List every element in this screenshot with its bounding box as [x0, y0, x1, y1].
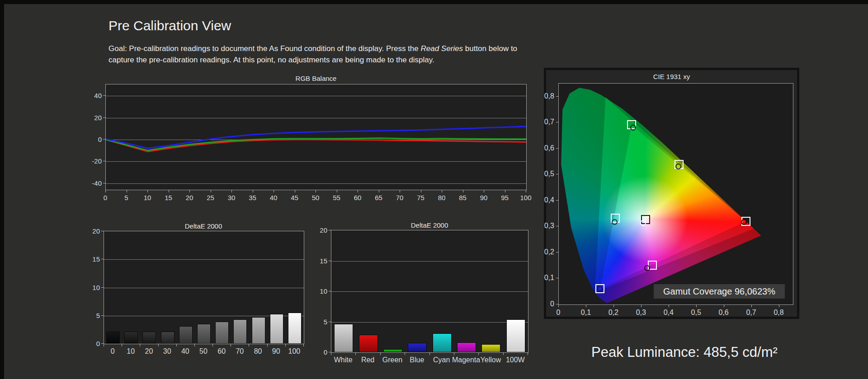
rgb-x-tick: [484, 190, 484, 192]
color-deltae-plot[interactable]: [331, 230, 528, 353]
rgb-x-tick-label: 0: [104, 194, 107, 201]
deltae-x-boundary-tick: [405, 353, 405, 355]
grayscale-deltae-plot[interactable]: [104, 231, 304, 344]
deltae-x-boundary-tick: [331, 353, 331, 355]
gamut-measured-marker-yellow: [675, 164, 681, 169]
deltae-y-tick-label: 0: [307, 348, 327, 356]
rgb-x-tick-label: 60: [354, 194, 362, 201]
deltae-y-tick-label: 5: [80, 311, 100, 319]
deltae-bar: [506, 319, 525, 352]
deltae-y-tick: [329, 322, 331, 322]
rgb-x-tick: [358, 190, 358, 192]
cie-x-tick: [669, 305, 669, 307]
cie-y-tick-label: 0,4: [534, 196, 554, 204]
goal-line1-post: button below to: [463, 44, 517, 53]
deltae-bar: [433, 333, 452, 352]
deltae-gridline: [104, 288, 304, 288]
cie-y-tick-label: 0: [534, 300, 554, 308]
deltae-y-tick: [101, 259, 104, 259]
deltae-bar: [124, 332, 138, 344]
window-edge-left: [0, 0, 4, 379]
rgb-x-tick: [316, 190, 316, 192]
deltae-bar: [334, 324, 353, 352]
cie-y-tick-label: 0,2: [534, 248, 554, 256]
cie-y-tick: [556, 252, 558, 253]
rgb-x-tick-label: 80: [438, 194, 446, 201]
rgb-x-tick-label: 95: [501, 194, 509, 201]
deltae-y-tick: [101, 315, 104, 316]
cie-x-tick-label: 0,7: [746, 309, 756, 317]
deltae-bar: [106, 332, 120, 344]
rgb-balance-plot[interactable]: [105, 84, 527, 190]
deltae-bar: [408, 343, 427, 352]
cie-x-tick: [558, 305, 559, 307]
rgb-x-tick: [211, 190, 211, 192]
goal-line1-pre: Goal: Pre-calibration readings to docume…: [108, 44, 420, 53]
cie-y-tick-label: 0,3: [534, 222, 554, 230]
cie-x-tick: [696, 305, 697, 307]
deltae-bar: [161, 332, 175, 344]
deltae-x-boundary-tick: [194, 344, 195, 346]
rgb-y-tick-label: 20: [82, 113, 102, 121]
rgb-x-tick: [400, 190, 400, 192]
deltae-y-tick: [329, 261, 331, 261]
rgb-x-tick: [463, 190, 463, 192]
rgb-x-tick-label: 30: [228, 194, 236, 201]
rgb-y-tick-label: 40: [82, 92, 102, 99]
cie-y-tick: [556, 174, 558, 174]
rgb-y-tick: [103, 117, 105, 118]
deltae-bar: [288, 313, 302, 344]
deltae-category-label: 20: [145, 347, 153, 356]
deltae-category-label: Green: [382, 356, 402, 364]
cie-plot[interactable]: Gamut Coverage 96,0623%: [558, 83, 793, 305]
rgb-x-tick: [379, 190, 379, 192]
deltae-category-label: Blue: [410, 356, 424, 364]
rgb-x-tick: [169, 190, 169, 192]
deltae-y-tick-label: 20: [307, 226, 327, 234]
cie-x-tick-label: 0,8: [774, 309, 783, 317]
deltae-x-boundary-tick: [503, 353, 504, 355]
rgb-x-tick-label: 10: [144, 194, 151, 201]
rgb-x-tick-label: 70: [396, 194, 404, 201]
deltae-category-label: 60: [217, 347, 226, 356]
deltae-x-boundary-tick: [454, 353, 454, 355]
rgb-x-tick: [526, 190, 526, 192]
rgb-x-tick-label: 90: [480, 194, 488, 201]
deltae-category-label: 90: [272, 347, 280, 356]
deltae-bar: [142, 332, 156, 344]
deltae-x-boundary-tick: [285, 344, 286, 346]
deltae-x-boundary-tick: [303, 344, 304, 346]
rgb-x-tick-label: 40: [270, 194, 278, 201]
cie-y-tick: [556, 304, 558, 304]
deltae-bar: [197, 324, 211, 344]
cie-y-tick: [556, 96, 558, 97]
cie-y-tick: [556, 200, 558, 201]
deltae-x-boundary-tick: [231, 344, 231, 346]
gamut-coverage-badge: Gamut Coverage 96,0623%: [654, 284, 785, 299]
rgb-x-tick-label: 75: [417, 194, 425, 201]
deltae-x-boundary-tick: [140, 344, 140, 346]
cie-y-tick: [556, 226, 558, 226]
deltae-category-label: Red: [361, 356, 374, 364]
deltae-gridline: [104, 259, 304, 260]
cie-x-tick-label: 0,6: [719, 309, 729, 317]
deltae-y-tick-label: 15: [80, 255, 100, 263]
cie-y-tick: [556, 148, 558, 149]
deltae-category-label: 70: [236, 347, 244, 356]
cie-1931-panel: CIE 1931 xy Gamut Coverage 96,0623% 00,1…: [544, 68, 799, 319]
rgb-x-tick: [147, 190, 148, 192]
cie-title: CIE 1931 xy: [653, 73, 690, 80]
deltae-bar: [252, 317, 265, 344]
deltae-x-boundary-tick: [176, 344, 177, 346]
rgb-x-tick-label: 55: [333, 194, 340, 201]
deltae-y-tick: [329, 291, 331, 291]
deltae-y-tick: [329, 230, 331, 230]
deltae-x-boundary-tick: [267, 344, 268, 346]
deltae-gridline: [331, 291, 528, 292]
deltae-x-boundary-tick: [355, 353, 356, 355]
deltae-y-tick-label: 0: [80, 340, 100, 347]
deltae-gridline: [331, 322, 528, 323]
rgb-y-tick: [103, 161, 105, 161]
rgb-x-tick: [421, 190, 421, 192]
deltae-y-tick-label: 20: [80, 227, 100, 235]
